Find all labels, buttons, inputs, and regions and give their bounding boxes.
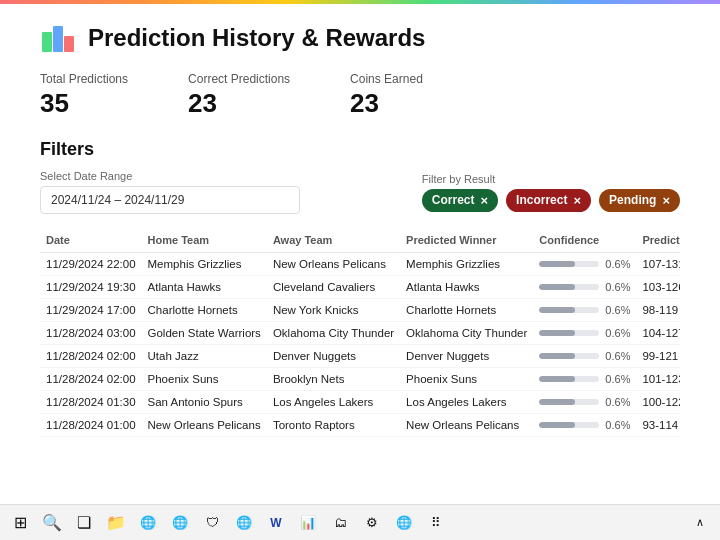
cell-away-team: New Orleans Pelicans: [267, 253, 400, 276]
cell-home-team: New Orleans Pelicans: [142, 414, 267, 437]
col-away-team: Away Team: [267, 228, 400, 253]
cell-date: 11/28/2024 02:00: [40, 345, 142, 368]
cell-predicted-score: 103-126 vs 109-134: [636, 276, 680, 299]
coins-earned-stat: Coins Earned 23: [350, 72, 423, 119]
col-confidence: Confidence: [533, 228, 636, 253]
cell-predicted-winner: Atlanta Hawks: [400, 276, 533, 299]
cell-date: 11/28/2024 03:00: [40, 322, 142, 345]
cell-date: 11/29/2024 19:30: [40, 276, 142, 299]
cell-away-team: Los Angeles Lakers: [267, 391, 400, 414]
cell-predicted-winner: Phoenix Suns: [400, 368, 533, 391]
cell-confidence: 0.6%: [533, 299, 636, 322]
cell-confidence: 0.6%: [533, 391, 636, 414]
cell-predicted-winner: Denver Nuggets: [400, 345, 533, 368]
table-header-row: Date Home Team Away Team Predicted Winne…: [40, 228, 680, 253]
cell-predicted-score: 107-131 vs 92-113: [636, 253, 680, 276]
stats-row: Total Predictions 35 Correct Predictions…: [40, 72, 680, 119]
col-home-team: Home Team: [142, 228, 267, 253]
cell-away-team: Brooklyn Nets: [267, 368, 400, 391]
svg-rect-1: [53, 26, 63, 52]
taskbar: ⊞ 🔍 ❏ 📁 🌐 🌐 🛡 🌐 W 📊 🗂 ⚙ 🌐 ⠿ ∧: [0, 504, 720, 540]
filters-section: Filters Select Date Range Filter by Resu…: [40, 139, 680, 214]
chrome2-icon[interactable]: 🌐: [166, 509, 194, 537]
app1-icon[interactable]: 📊: [294, 509, 322, 537]
pending-badge-label: Pending: [609, 193, 656, 207]
cell-predicted-score: 101-123 vs 100-122: [636, 368, 680, 391]
filter-row: Select Date Range Filter by Result Corre…: [40, 170, 680, 214]
svg-rect-2: [64, 36, 74, 52]
pending-badge-close[interactable]: ×: [662, 193, 670, 208]
cell-date: 11/29/2024 17:00: [40, 299, 142, 322]
app2-icon[interactable]: 🗂: [326, 509, 354, 537]
col-predicted-score: Predicted Score: [636, 228, 680, 253]
file-explorer-icon[interactable]: 📁: [102, 509, 130, 537]
cell-date: 11/29/2024 22:00: [40, 253, 142, 276]
filters-title: Filters: [40, 139, 680, 160]
table-row: 11/28/2024 01:00 New Orleans Pelicans To…: [40, 414, 680, 437]
cell-predicted-score: 104-127 vs 103-126: [636, 322, 680, 345]
cell-home-team: Memphis Grizzlies: [142, 253, 267, 276]
correct-badge-label: Correct: [432, 193, 475, 207]
col-date: Date: [40, 228, 142, 253]
chrome-icon[interactable]: 🌐: [134, 509, 162, 537]
cell-confidence: 0.6%: [533, 345, 636, 368]
cell-away-team: Cleveland Cavaliers: [267, 276, 400, 299]
cell-away-team: New York Knicks: [267, 299, 400, 322]
windows-icon[interactable]: ⊞: [6, 509, 34, 537]
cell-home-team: Atlanta Hawks: [142, 276, 267, 299]
cell-predicted-winner: Charlotte Hornets: [400, 299, 533, 322]
predictions-table-wrapper: Date Home Team Away Team Predicted Winne…: [40, 228, 680, 437]
cell-predicted-score: 100-122 vs 101-123: [636, 391, 680, 414]
cell-predicted-winner: Los Angeles Lakers: [400, 391, 533, 414]
predictions-table: Date Home Team Away Team Predicted Winne…: [40, 228, 680, 437]
edge-icon[interactable]: 🌐: [390, 509, 418, 537]
correct-predictions-value: 23: [188, 88, 290, 119]
search-icon[interactable]: 🔍: [38, 509, 66, 537]
table-row: 11/29/2024 19:30 Atlanta Hawks Cleveland…: [40, 276, 680, 299]
coins-earned-label: Coins Earned: [350, 72, 423, 86]
total-predictions-stat: Total Predictions 35: [40, 72, 128, 119]
result-filter-label: Filter by Result: [422, 173, 495, 185]
page-header: Prediction History & Rewards: [40, 20, 680, 56]
correct-badge[interactable]: Correct ×: [422, 189, 498, 212]
app-icon: [40, 20, 76, 56]
cell-predicted-winner: New Orleans Pelicans: [400, 414, 533, 437]
pending-badge[interactable]: Pending ×: [599, 189, 680, 212]
table-row: 11/29/2024 17:00 Charlotte Hornets New Y…: [40, 299, 680, 322]
cell-date: 11/28/2024 01:30: [40, 391, 142, 414]
cell-away-team: Denver Nuggets: [267, 345, 400, 368]
cell-home-team: Utah Jazz: [142, 345, 267, 368]
vpn-icon[interactable]: 🛡: [198, 509, 226, 537]
cell-confidence: 0.6%: [533, 414, 636, 437]
cell-predicted-score: 98-119 vs 106-129: [636, 299, 680, 322]
task-view-icon[interactable]: ❏: [70, 509, 98, 537]
table-row: 11/28/2024 01:30 San Antonio Spurs Los A…: [40, 391, 680, 414]
correct-predictions-label: Correct Predictions: [188, 72, 290, 86]
table-row: 11/28/2024 02:00 Utah Jazz Denver Nugget…: [40, 345, 680, 368]
incorrect-badge[interactable]: Incorrect ×: [506, 189, 591, 212]
table-row: 11/29/2024 22:00 Memphis Grizzlies New O…: [40, 253, 680, 276]
page-title: Prediction History & Rewards: [88, 24, 425, 52]
date-range-input[interactable]: [40, 186, 300, 214]
cell-predicted-winner: Memphis Grizzlies: [400, 253, 533, 276]
cell-date: 11/28/2024 02:00: [40, 368, 142, 391]
correct-predictions-stat: Correct Predictions 23: [188, 72, 290, 119]
incorrect-badge-close[interactable]: ×: [573, 193, 581, 208]
cell-confidence: 0.6%: [533, 253, 636, 276]
coins-earned-value: 23: [350, 88, 423, 119]
table-row: 11/28/2024 02:00 Phoenix Suns Brooklyn N…: [40, 368, 680, 391]
correct-badge-close[interactable]: ×: [481, 193, 489, 208]
cell-home-team: Phoenix Suns: [142, 368, 267, 391]
total-predictions-label: Total Predictions: [40, 72, 128, 86]
word-icon[interactable]: W: [262, 509, 290, 537]
apps-icon[interactable]: ⠿: [422, 509, 450, 537]
result-filter-badges: Correct × Incorrect × Pending ×: [422, 189, 680, 212]
chrome3-icon[interactable]: 🌐: [230, 509, 258, 537]
chevron-up-icon[interactable]: ∧: [686, 509, 714, 537]
total-predictions-value: 35: [40, 88, 128, 119]
app3-icon[interactable]: ⚙: [358, 509, 386, 537]
cell-home-team: Golden State Warriors: [142, 322, 267, 345]
table-row: 11/28/2024 03:00 Golden State Warriors O…: [40, 322, 680, 345]
cell-confidence: 0.6%: [533, 276, 636, 299]
cell-home-team: San Antonio Spurs: [142, 391, 267, 414]
